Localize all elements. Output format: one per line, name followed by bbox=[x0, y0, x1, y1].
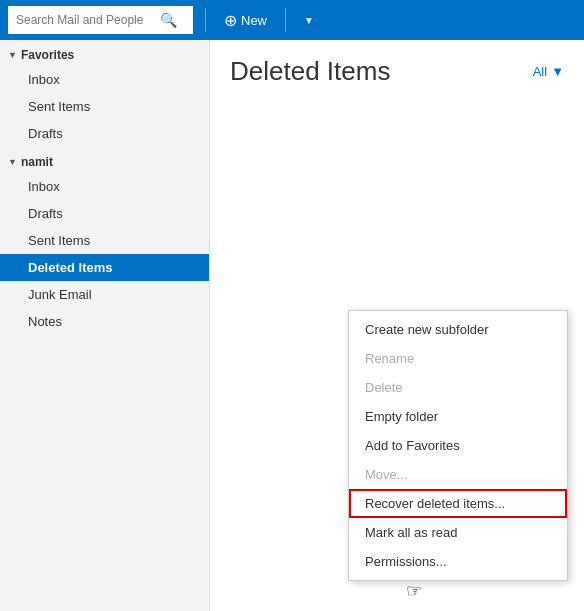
favorites-label: Favorites bbox=[21, 48, 74, 62]
favorites-triangle: ▼ bbox=[8, 50, 17, 60]
content-area: Deleted Items All ▼ Create new subfolder… bbox=[210, 40, 584, 611]
new-label: New bbox=[241, 13, 267, 28]
ctx-rename: Rename bbox=[349, 344, 567, 373]
account-triangle: ▼ bbox=[8, 157, 17, 167]
account-section-header[interactable]: ▼ namit bbox=[0, 147, 209, 173]
favorites-section-header[interactable]: ▼ Favorites bbox=[0, 40, 209, 66]
top-bar-divider bbox=[205, 8, 206, 32]
sidebar-item-drafts[interactable]: Drafts bbox=[0, 200, 209, 227]
filter-chevron-icon: ▼ bbox=[551, 64, 564, 79]
top-bar: 🔍 ⊕ New ▼ bbox=[0, 0, 584, 40]
ctx-permissions[interactable]: Permissions... bbox=[349, 547, 567, 576]
ctx-move: Move... bbox=[349, 460, 567, 489]
new-dropdown-button[interactable]: ▼ bbox=[298, 11, 320, 30]
ctx-mark-read[interactable]: Mark all as read bbox=[349, 518, 567, 547]
sidebar-item-sent-fav[interactable]: Sent Items bbox=[0, 93, 209, 120]
new-button[interactable]: ⊕ New bbox=[218, 7, 273, 34]
ctx-delete: Delete bbox=[349, 373, 567, 402]
sidebar-item-deleted[interactable]: Deleted Items bbox=[0, 254, 209, 281]
sidebar-item-inbox-fav[interactable]: Inbox bbox=[0, 66, 209, 93]
ctx-recover-deleted[interactable]: Recover deleted items... bbox=[349, 489, 567, 518]
filter-button[interactable]: All ▼ bbox=[533, 64, 564, 79]
page-title: Deleted Items bbox=[230, 56, 390, 87]
ctx-create-subfolder[interactable]: Create new subfolder bbox=[349, 315, 567, 344]
sidebar: ▼ Favorites Inbox Sent Items Drafts ▼ na… bbox=[0, 40, 210, 611]
context-menu: Create new subfolder Rename Delete Empty… bbox=[348, 310, 568, 581]
ctx-add-favorites[interactable]: Add to Favorites bbox=[349, 431, 567, 460]
search-box[interactable]: 🔍 bbox=[8, 6, 193, 34]
cursor-pointer: ☞ bbox=[406, 580, 422, 602]
main-layout: ▼ Favorites Inbox Sent Items Drafts ▼ na… bbox=[0, 40, 584, 611]
sidebar-item-drafts-fav[interactable]: Drafts bbox=[0, 120, 209, 147]
plus-icon: ⊕ bbox=[224, 11, 237, 30]
sidebar-item-inbox[interactable]: Inbox bbox=[0, 173, 209, 200]
sidebar-item-junk[interactable]: Junk Email bbox=[0, 281, 209, 308]
new-divider bbox=[285, 8, 286, 32]
ctx-empty-folder[interactable]: Empty folder bbox=[349, 402, 567, 431]
sidebar-item-sent[interactable]: Sent Items bbox=[0, 227, 209, 254]
filter-label: All bbox=[533, 64, 547, 79]
sidebar-item-notes[interactable]: Notes bbox=[0, 308, 209, 335]
content-header: Deleted Items All ▼ bbox=[230, 56, 564, 87]
account-label: namit bbox=[21, 155, 53, 169]
search-icon[interactable]: 🔍 bbox=[160, 12, 177, 28]
search-input[interactable] bbox=[16, 13, 156, 27]
